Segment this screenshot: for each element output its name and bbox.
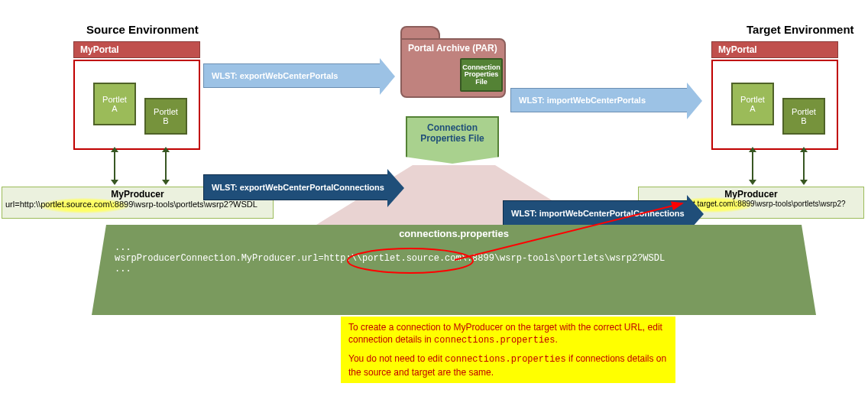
src-link-b [165,151,167,180]
arrow-export-conns: WLST: exportWebCenterPortalConnections [203,174,388,200]
yellow-note: To create a connection to MyProducer on … [341,317,675,383]
connections-dots2: ... [115,264,793,274]
arrow-export-portals: WLST: exportWebCenterPortals [203,63,381,88]
connections-title: connections.properties [92,225,816,239]
folder-conn-chip: Connection Properties File [460,58,503,92]
note-code1: connections.properties [434,335,555,346]
source-url-host: portlet.source.com\ [40,200,112,209]
source-url-prefix: url=http:\\ [5,200,40,209]
arrow-import-conns: WLST: importWebCenterPortalConnections [503,200,688,226]
note-code2: connections.properties [445,354,565,365]
source-portlet-a: Portlet A [93,83,136,125]
source-portlet-b: Portlet B [144,98,187,135]
folder-title: Portal Archive (PAR) [408,43,500,54]
target-portlet-b: Portlet B [782,98,825,135]
source-url-suffix: :8899\wsrp-tools\portlets\wsrp2?WSDL [112,200,257,209]
source-portal-bar: MyPortal [73,41,200,58]
arrow-import-portals: WLST: importWebCenterPortals [510,88,688,112]
connections-dots1: ... [115,242,793,253]
target-producer-title: MyProducer [642,189,860,200]
note-line1b: . [555,334,558,345]
target-portal-bar: MyPortal [711,41,838,58]
conn-file-shape: Connection Properties File [406,116,499,151]
target-portlet-a: Portlet A [731,83,774,125]
connections-line-rest: :8899\wsrp-tools\portlets\wsrp2?WSDL [467,253,665,264]
target-env-title: Target Environment [747,23,854,36]
src-link-a [114,151,115,180]
source-env-title: Source Environment [86,23,199,36]
connections-panel: connections.properties ... wsrpProducerC… [92,225,816,315]
tgt-link-b [803,151,805,180]
note-line2a: You do not need to edit [348,353,445,364]
connections-line-prefix: wsrpProducerConnection.MyProducer.url=ht… [115,253,362,264]
connections-line-host: portlet.source.com\ [362,253,467,264]
tgt-link-a [752,151,753,180]
